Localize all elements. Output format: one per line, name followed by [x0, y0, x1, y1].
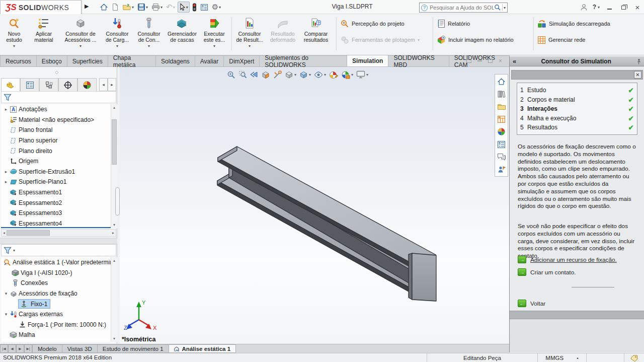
property-manager-tab[interactable]	[20, 78, 39, 91]
shell-manager-button[interactable]: Gerenciador de cascas	[165, 16, 199, 53]
next-tab-icon[interactable]: ▶	[16, 344, 24, 353]
help-search-box[interactable]: ? ▾	[419, 3, 508, 13]
scroll-up-icon[interactable]: ▴	[111, 105, 117, 110]
results-advisor-button[interactable]: Consultor de Result... ▾	[234, 16, 265, 53]
expander-icon[interactable]: ▸	[3, 169, 9, 174]
tree-item-espessamento3[interactable]: Espessamento3	[1, 208, 111, 219]
create-contact-link[interactable]: → Criar um contato.	[518, 268, 576, 276]
resources-home-icon[interactable]	[496, 76, 507, 87]
rollback-bar[interactable]	[1, 227, 111, 228]
tab-recursos[interactable]: Recursos	[0, 55, 37, 66]
offloaded-simulation-button[interactable]: Simulação descarregada	[537, 18, 610, 29]
scroll-down-icon[interactable]: ▾	[111, 223, 117, 227]
scroll-thumb[interactable]	[112, 119, 117, 165]
select-caret-icon[interactable]: ▾	[186, 5, 188, 10]
settings-gear-icon[interactable]: ⚙▾	[211, 2, 222, 13]
units-cell[interactable]: MMGS ▴	[537, 353, 586, 362]
design-insight-button[interactable]: Percepção do projeto	[340, 18, 420, 29]
include-image-button[interactable]: Incluir imagem no relatório	[437, 34, 514, 45]
tree-item-material[interactable]: Material <não especificado>	[1, 115, 111, 125]
compare-results-button[interactable]: ? Comparar resultados	[300, 16, 332, 53]
advisor-close-icon[interactable]: ✕	[634, 71, 641, 79]
pin-icon[interactable]	[636, 58, 641, 64]
study-item-analise-estatica[interactable]: Análise estática 1 (-Valor predeterminac	[1, 257, 111, 268]
filter-caret-icon[interactable]: ▾	[13, 248, 15, 253]
user-icon[interactable]	[580, 4, 588, 11]
view-palette-icon[interactable]	[496, 113, 507, 125]
expander-icon[interactable]: ▸	[3, 179, 9, 184]
new-study-button[interactable]: Novo estudo ▾	[2, 16, 26, 53]
tab-soldagens[interactable]: Soldagens	[155, 55, 195, 66]
save-icon[interactable]: ▾	[136, 2, 149, 13]
study-item-forca1[interactable]: Força-1 (:Por item: 10000 N:)	[1, 320, 111, 330]
report-button[interactable]: Relatório	[437, 18, 514, 29]
study-item-fixo1[interactable]: Fixo-1	[1, 299, 111, 309]
menu-flyout-arrow[interactable]: ▶	[85, 3, 89, 10]
restore-button[interactable]	[619, 4, 628, 11]
xpress-products-icon[interactable]	[191, 2, 198, 13]
tree-item-superficie-plano[interactable]: ▸ Superfície-Plano1	[1, 177, 111, 187]
save-caret-icon[interactable]: ▾	[146, 5, 148, 10]
select-cursor-icon[interactable]: ▾	[178, 2, 190, 13]
display-manager-tab[interactable]	[77, 78, 97, 91]
feature-tree-filter[interactable]	[1, 91, 116, 103]
manager-scroll-left-icon[interactable]: ◂	[99, 78, 108, 91]
new-document-icon[interactable]	[111, 2, 120, 13]
step-estudo[interactable]: 1 Estudo ✔	[520, 86, 634, 95]
tab-estudo-movimento[interactable]: Estudo de movimento 1	[97, 344, 169, 353]
close-button[interactable]: ×	[633, 3, 642, 12]
scroll-up-icon[interactable]: ▴	[111, 258, 117, 263]
tab-vistas-3d[interactable]: Vistas 3D	[62, 344, 98, 353]
fixtures-advisor-caret-icon[interactable]: ▾	[79, 44, 82, 48]
settings-caret-icon[interactable]: ▾	[219, 5, 221, 10]
results-advisor-caret-icon[interactable]: ▾	[249, 44, 251, 48]
study-item-acessorios[interactable]: ▾ Acessórios de fixação	[1, 288, 111, 299]
doc-close-icon[interactable]: ×	[499, 57, 502, 64]
step-malha-execucao[interactable]: 4 Malha e execução ✔	[520, 114, 634, 123]
scroll-down-icon[interactable]: ▾	[111, 336, 117, 341]
tree-item-origem[interactable]: Origem	[1, 156, 111, 167]
tree-item-plano-frontal[interactable]: Plano frontal	[1, 125, 111, 135]
apply-material-button[interactable]: Aplicar material	[28, 16, 59, 53]
search-caret-icon[interactable]: ▾	[504, 6, 506, 10]
open-icon[interactable]: ▾	[121, 2, 135, 13]
home-icon[interactable]	[99, 2, 109, 13]
task-list-icon[interactable]	[199, 2, 209, 13]
help-icon[interactable]: ?	[593, 4, 596, 11]
last-tab-icon[interactable]: ▶|	[24, 344, 32, 353]
undo-icon[interactable]: ↶▾	[165, 2, 176, 13]
fixtures-advisor-button[interactable]: Consultor de Acessórios ... ▾	[60, 16, 101, 53]
print-icon[interactable]: ▾	[150, 2, 164, 13]
connections-advisor-button[interactable]: Consultor de Con... ▾	[134, 16, 164, 53]
run-study-caret-icon[interactable]: ▾	[213, 44, 215, 48]
study-tree-scrollbar[interactable]: ▴ ▾	[111, 257, 117, 342]
expander-icon[interactable]: ▾	[3, 312, 9, 317]
first-tab-icon[interactable]: |◀	[0, 344, 8, 353]
configuration-manager-tab[interactable]	[39, 78, 58, 91]
user-community-icon[interactable]	[496, 164, 507, 175]
expander-icon[interactable]: ▸	[3, 107, 9, 112]
study-item-viga[interactable]: Viga I (-AISI 1020-)	[1, 268, 111, 278]
open-caret-icon[interactable]: ▾	[132, 5, 134, 10]
study-item-conexoes[interactable]: Conexões	[1, 278, 111, 288]
tab-simulation[interactable]: Simulation	[347, 55, 388, 66]
new-study-caret-icon[interactable]: ▾	[13, 44, 15, 48]
feature-tree-hscrollbar[interactable]: ◂ ▸	[1, 229, 116, 237]
appearances-icon[interactable]	[496, 126, 507, 137]
manager-scroll-right-icon[interactable]: ▸	[108, 78, 116, 91]
tree-item-espessamento1[interactable]: Espessamento1	[1, 187, 111, 198]
tab-esboco[interactable]: Esboço	[36, 55, 67, 66]
tab-suplementos[interactable]: Suplementos do SOLIDWORKS	[259, 55, 347, 66]
feature-manager-tab[interactable]	[1, 78, 20, 91]
doc-restore2-icon[interactable]	[488, 59, 493, 63]
file-explorer-icon[interactable]	[496, 101, 507, 112]
undo-caret-icon[interactable]: ▾	[173, 5, 175, 10]
manage-network-button[interactable]: Gerenciar rede	[537, 34, 610, 45]
dimxpert-manager-tab[interactable]	[58, 78, 77, 91]
tree-item-plano-direito[interactable]: Plano direito	[1, 146, 111, 156]
step-resultados[interactable]: 5 Resultados ✔	[520, 123, 634, 132]
tree-item-superficie-extrusao[interactable]: ▸ Superfície-Extrusão1	[1, 167, 111, 177]
units-caret-icon[interactable]: ▴	[577, 356, 579, 360]
search-icon[interactable]	[494, 4, 501, 11]
add-fixture-link[interactable]: → Adicionar um recurso de fixação.	[518, 256, 617, 263]
